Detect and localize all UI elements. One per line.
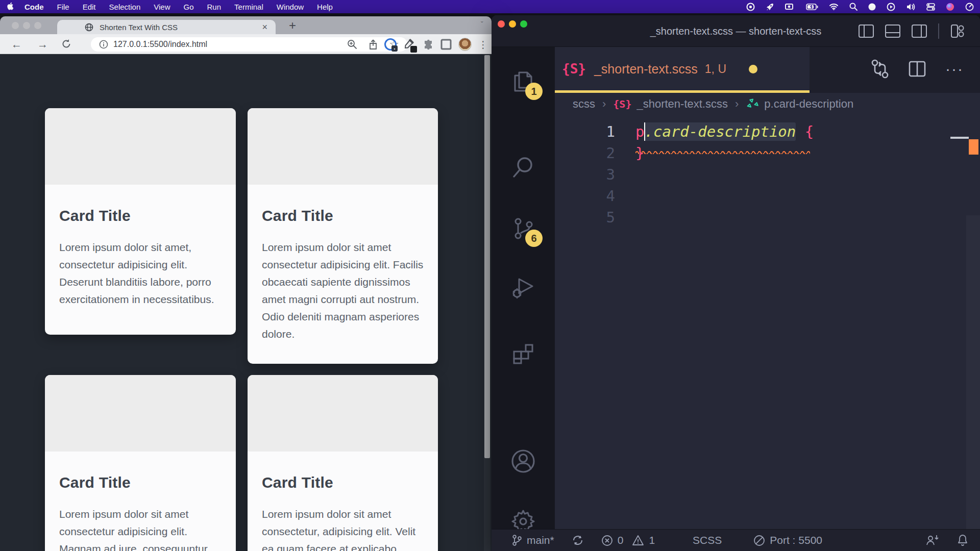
control-center-icon[interactable] xyxy=(926,3,935,11)
open-changes-icon[interactable] xyxy=(871,59,889,79)
window-zoom-button[interactable] xyxy=(34,22,41,29)
code-line-2: } xyxy=(635,144,644,162)
customize-layout-icon[interactable] xyxy=(950,24,965,38)
editor-more-actions-icon[interactable]: ··· xyxy=(945,60,964,78)
explorer-activity-button[interactable]: 1 xyxy=(492,61,555,102)
site-info-icon[interactable] xyxy=(99,40,108,49)
volume-icon[interactable] xyxy=(906,3,916,11)
toggle-primary-sidebar-icon[interactable] xyxy=(859,24,874,38)
menu-edit[interactable]: Edit xyxy=(76,3,103,11)
menu-go[interactable]: Go xyxy=(177,3,201,11)
toggle-secondary-sidebar-icon[interactable] xyxy=(912,24,927,38)
extensions-puzzle-icon[interactable] xyxy=(422,39,434,51)
tab-close-icon[interactable]: × xyxy=(262,22,267,32)
status-bar: main* 0 1 SCSS Port : 5500 xyxy=(492,529,980,551)
errors-icon xyxy=(601,535,613,546)
window-close-button[interactable] xyxy=(12,22,19,29)
browser-scrollbar[interactable] xyxy=(484,55,491,551)
scrollbar-thumb[interactable] xyxy=(484,55,490,458)
new-tab-button[interactable]: + xyxy=(289,18,296,33)
sync-status[interactable] xyxy=(572,534,584,546)
open-brace-token: { xyxy=(796,123,814,140)
line-number: 4 xyxy=(555,187,615,205)
code-editor[interactable]: 1 p.card-description { 2 } 3 4 5 xyxy=(555,115,980,529)
card-1-description: Lorem ipsum dolor sit amet, consectetur … xyxy=(59,239,222,308)
activity-bar: 1 6 xyxy=(492,47,555,529)
share-icon[interactable] xyxy=(369,39,378,50)
code-line-1: p.card-description { xyxy=(635,123,814,140)
browser-menu-dots-icon[interactable]: ⋮ xyxy=(478,39,488,51)
breadcrumb-file[interactable]: _shorten-text.scss xyxy=(636,97,728,111)
accounts-activity-button[interactable] xyxy=(492,441,555,482)
address-bar[interactable]: 127.0.0.1:5500/index.html ☆ xyxy=(91,37,407,52)
menu-view[interactable]: View xyxy=(147,3,177,11)
rocket-icon[interactable] xyxy=(766,3,774,11)
problems-status[interactable]: 0 1 xyxy=(601,534,655,546)
back-button[interactable]: ← xyxy=(11,39,22,49)
source-control-badge: 6 xyxy=(525,230,543,247)
profile-avatar[interactable] xyxy=(458,38,472,51)
spotlight-search-icon[interactable] xyxy=(849,3,857,11)
forward-button[interactable]: → xyxy=(37,39,48,49)
menu-file[interactable]: File xyxy=(51,3,76,11)
card-1-title: Card Title xyxy=(59,207,222,224)
web-page: Card Title Lorem ipsum dolor sit amet, c… xyxy=(0,55,492,551)
menubar-app-dot-icon[interactable] xyxy=(868,3,876,11)
vscode-title-bar: _shorten-text.scss — shorten-text-css xyxy=(492,15,980,47)
password-manager-extension-icon[interactable]: • xyxy=(384,38,397,51)
card-2-description: Lorem ipsum dolor sit amet consectetur a… xyxy=(262,239,424,343)
live-server-port[interactable]: Port : 5500 xyxy=(753,534,822,546)
play-circle-icon[interactable] xyxy=(887,3,895,11)
git-branch-status[interactable]: main* xyxy=(512,534,554,546)
menu-window[interactable]: Window xyxy=(270,3,310,11)
card-4-image-placeholder xyxy=(248,375,438,452)
editor-scrollbar[interactable] xyxy=(966,215,980,551)
toggle-panel-icon[interactable] xyxy=(885,24,900,38)
card-2-title: Card Title xyxy=(262,207,424,224)
reload-button[interactable] xyxy=(61,39,71,49)
siri-icon[interactable] xyxy=(946,3,954,11)
menu-selection[interactable]: Selection xyxy=(103,3,148,11)
breadcrumb-folder[interactable]: scss xyxy=(573,97,595,111)
clock-icon[interactable] xyxy=(965,3,974,11)
card-3: Card Title Lorem ipsum dolor sit amet co… xyxy=(45,375,236,551)
menu-help[interactable]: Help xyxy=(310,3,339,11)
tab-search-chevron-icon[interactable]: ˇ xyxy=(481,20,483,29)
extensions-activity-button[interactable] xyxy=(492,334,555,374)
feedback-status[interactable] xyxy=(926,534,939,546)
split-editor-icon[interactable] xyxy=(909,61,926,77)
scss-file-icon: {S} xyxy=(562,61,586,77)
run-debug-activity-button[interactable] xyxy=(492,267,555,308)
editor-tab-detail: 1, U xyxy=(705,62,726,76)
browser-tab[interactable]: Shorten Text With CSS × xyxy=(57,20,276,34)
menu-terminal[interactable]: Terminal xyxy=(228,3,270,11)
editor-tab[interactable]: {S} _shorten-text.scss 1, U xyxy=(555,47,810,91)
editor-tab-bar: {S} _shorten-text.scss 1, U ··· xyxy=(555,47,980,93)
battery-icon[interactable] xyxy=(806,4,818,10)
search-activity-button[interactable] xyxy=(492,147,555,188)
notifications-status[interactable] xyxy=(957,534,969,547)
language-mode[interactable]: SCSS xyxy=(693,534,722,546)
line-number: 1 xyxy=(555,123,615,140)
source-control-activity-button[interactable]: 6 xyxy=(492,208,555,249)
menu-app-name[interactable]: Code xyxy=(18,3,51,11)
window-minimize-button[interactable] xyxy=(23,22,30,29)
screen-mirroring-icon[interactable] xyxy=(785,3,795,11)
url-text[interactable]: 127.0.0.1:5500/index.html xyxy=(113,40,347,49)
card-3-description: Lorem ipsum dolor sit amet consectetur a… xyxy=(59,506,222,551)
breadcrumb-symbol[interactable]: p.card-description xyxy=(764,97,853,111)
menu-run[interactable]: Run xyxy=(201,3,228,11)
symbol-class-icon xyxy=(746,98,759,110)
card-1-image-placeholder xyxy=(45,108,236,185)
apple-menu-icon[interactable] xyxy=(7,3,15,11)
eyedropper-extension-icon[interactable] xyxy=(403,38,415,51)
zoom-in-icon[interactable] xyxy=(347,39,357,49)
sync-icon xyxy=(572,534,584,546)
wifi-icon[interactable] xyxy=(829,3,839,10)
screen-record-icon[interactable] xyxy=(746,3,755,11)
scss-file-icon: {S} xyxy=(613,98,631,110)
error-count: 0 xyxy=(618,534,624,546)
debug-play-icon xyxy=(511,276,535,299)
unsaved-dot-icon[interactable] xyxy=(749,65,757,73)
reading-list-sidebar-icon[interactable] xyxy=(440,39,452,50)
